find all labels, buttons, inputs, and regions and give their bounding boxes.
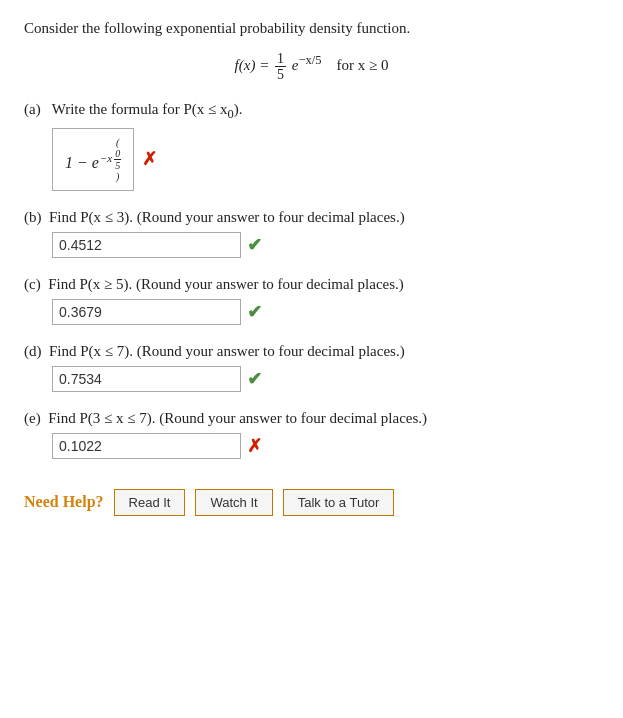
part-b-answer-row: ✔ — [52, 232, 599, 258]
function-fraction: 1 5 — [275, 51, 286, 83]
part-a-math-content: 1 − e −x(05) — [65, 137, 121, 182]
part-a: (a) Write the formula for P(x ≤ x0). 1 −… — [24, 101, 599, 191]
part-a-label: (a) Write the formula for P(x ≤ x0). — [24, 101, 599, 122]
part-b: (b) Find P(x ≤ 3). (Round your answer to… — [24, 209, 599, 258]
part-e-answer-row: ✗ — [52, 433, 599, 459]
part-d-status-icon: ✔ — [247, 368, 262, 390]
formula-block: f(x) = 1 5 e−x/5 for x ≥ 0 — [24, 51, 599, 83]
part-b-label: (b) Find P(x ≤ 3). (Round your answer to… — [24, 209, 599, 226]
watch-it-button[interactable]: Watch It — [195, 489, 272, 516]
part-a-status-icon: ✗ — [142, 148, 157, 170]
part-d-answer-row: ✔ — [52, 366, 599, 392]
part-e-label: (e) Find P(3 ≤ x ≤ 7). (Round your answe… — [24, 410, 599, 427]
part-d-input[interactable] — [52, 366, 241, 392]
function-exponent: −x/5 — [298, 53, 321, 67]
part-c-label: (c) Find P(x ≥ 5). (Round your answer to… — [24, 276, 599, 293]
part-c-answer-row: ✔ — [52, 299, 599, 325]
need-help-label: Need Help? — [24, 493, 104, 511]
part-b-status-icon: ✔ — [247, 234, 262, 256]
part-e: (e) Find P(3 ≤ x ≤ 7). (Round your answe… — [24, 410, 599, 459]
intro-text: Consider the following exponential proba… — [24, 20, 599, 37]
part-d: (d) Find P(x ≤ 7). (Round your answer to… — [24, 343, 599, 392]
talk-to-tutor-button[interactable]: Talk to a Tutor — [283, 489, 395, 516]
function-label: f(x) = — [235, 57, 270, 73]
need-help-row: Need Help? Read It Watch It Talk to a Tu… — [24, 481, 599, 516]
part-c: (c) Find P(x ≥ 5). (Round your answer to… — [24, 276, 599, 325]
part-c-status-icon: ✔ — [247, 301, 262, 323]
part-e-status-icon: ✗ — [247, 435, 262, 457]
part-b-input[interactable] — [52, 232, 241, 258]
part-d-label: (d) Find P(x ≤ 7). (Round your answer to… — [24, 343, 599, 360]
part-a-math-box[interactable]: 1 − e −x(05) — [52, 128, 134, 191]
function-domain: for x ≥ 0 — [336, 57, 388, 73]
part-e-input[interactable] — [52, 433, 241, 459]
read-it-button[interactable]: Read It — [114, 489, 186, 516]
part-a-answer-row: 1 − e −x(05) ✗ — [52, 128, 599, 191]
part-c-input[interactable] — [52, 299, 241, 325]
